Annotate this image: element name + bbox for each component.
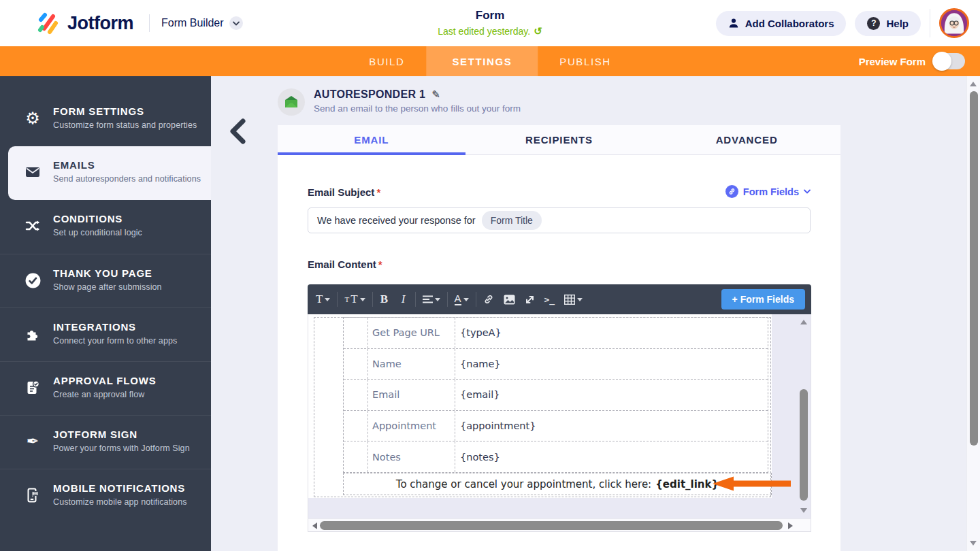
sidebar-item-conditions[interactable]: CONDITIONS Set up conditional logic <box>0 200 211 254</box>
revision-history-icon[interactable]: ↺ <box>534 25 542 37</box>
preview-form-label: Preview Form <box>859 56 926 67</box>
link-circle-icon <box>725 185 738 198</box>
active-tab-underline <box>278 152 466 155</box>
edit-link-tag[interactable]: {edit_link} <box>655 478 719 490</box>
nav-tab-build[interactable]: BUILD <box>347 46 426 76</box>
pen-nib-icon: ✒ <box>23 432 42 451</box>
font-family-button[interactable]: T <box>311 289 335 310</box>
person-icon <box>728 18 739 29</box>
table-row[interactable]: Email {email} <box>344 380 768 411</box>
autoresponder-subtitle: Send an email to the person who fills ou… <box>314 103 521 114</box>
page-title: Form <box>438 9 542 22</box>
divider <box>930 9 930 37</box>
help-button[interactable]: ? Help <box>855 11 921 36</box>
last-edited-text: Last edited yesterday. <box>438 26 530 37</box>
scrollbar-thumb[interactable] <box>800 389 808 501</box>
add-collaborators-button[interactable]: Add Collaborators <box>716 11 847 36</box>
scroll-down-icon[interactable] <box>970 541 977 546</box>
required-asterisk: * <box>378 258 382 270</box>
form-fields-dropdown[interactable]: Form Fields <box>725 185 811 198</box>
form-title-chip[interactable]: Form Title <box>482 211 542 230</box>
nav-tab-settings[interactable]: SETTINGS <box>426 46 538 76</box>
bold-button[interactable]: B <box>375 289 394 310</box>
annotation-arrow <box>713 475 791 492</box>
sidebar-item-jotform-sign[interactable]: ✒ JOTFORM SIGN Power your forms with Jot… <box>0 415 211 469</box>
envelope-icon <box>23 163 42 182</box>
sidebar-item-mobile-notifications[interactable]: MOBILE NOTIFICATIONS Customize mobile ap… <box>0 469 211 522</box>
tab-recipients[interactable]: RECIPIENTS <box>466 125 653 154</box>
image-button[interactable] <box>499 289 520 310</box>
scrollbar-thumb[interactable] <box>970 91 978 446</box>
font-color-button[interactable]: A <box>450 289 474 310</box>
settings-sidebar: ⚙ FORM SETTINGS Customize form status an… <box>0 76 211 551</box>
editor-vertical-scrollbar[interactable] <box>798 316 809 517</box>
email-settings-panel: EMAIL RECIPIENTS ADVANCED Email Subject*… <box>278 125 840 551</box>
sidebar-item-integrations[interactable]: INTEGRATIONS Connect your form to other … <box>0 307 211 361</box>
sidebar-item-approval-flows[interactable]: APPROVAL FLOWS Create an approval flow <box>0 361 211 415</box>
table-row[interactable]: Notes {notes} <box>344 441 768 472</box>
tab-advanced[interactable]: ADVANCED <box>653 125 840 154</box>
email-content-editor: T TT B I A <box>308 284 811 532</box>
page-vertical-scrollbar[interactable] <box>966 76 980 551</box>
header-actions: Add Collaborators ? Help <box>716 8 969 38</box>
email-content-label: Email Content* <box>308 258 382 270</box>
builder-nav: BUILD SETTINGS PUBLISH Preview Form <box>0 46 980 76</box>
required-asterisk: * <box>376 186 380 198</box>
scroll-left-icon[interactable] <box>312 522 317 529</box>
edit-title-pencil-icon[interactable]: ✎ <box>431 88 440 101</box>
jotform-logo-icon[interactable] <box>35 11 60 35</box>
autoresponder-title: AUTORESPONDER 1 <box>314 88 425 101</box>
puzzle-icon <box>23 324 42 344</box>
italic-button[interactable]: I <box>394 289 413 310</box>
builder-nav-tabs: BUILD SETTINGS PUBLISH <box>347 46 632 76</box>
autoresponder-header: AUTORESPONDER 1 ✎ Send an email to the p… <box>278 88 521 116</box>
form-title-block: Form Last edited yesterday. ↺ <box>438 9 542 37</box>
editor-toolbar: T TT B I A <box>308 284 811 314</box>
align-lines-icon <box>423 295 433 303</box>
scroll-up-icon[interactable] <box>800 320 807 324</box>
email-subject-input[interactable]: We have received your response for Form … <box>308 207 811 233</box>
expand-button[interactable] <box>520 289 540 310</box>
email-subject-label: Email Subject* <box>308 186 380 198</box>
nav-tab-publish[interactable]: PUBLISH <box>538 46 632 76</box>
table-button[interactable] <box>559 289 587 310</box>
editor-canvas[interactable]: Get Page URL {typeA} Name {name} Email {… <box>308 314 811 518</box>
scroll-down-icon[interactable] <box>800 508 807 513</box>
check-circle-icon <box>23 271 42 290</box>
phone-notification-icon <box>23 486 42 505</box>
editor-horizontal-scrollbar[interactable] <box>308 518 811 532</box>
divider <box>149 14 150 32</box>
user-avatar[interactable] <box>939 8 969 38</box>
edit-link-row[interactable]: To change or cancel your appointment, cl… <box>343 473 772 495</box>
align-button[interactable] <box>418 289 445 310</box>
scroll-right-icon[interactable] <box>788 522 793 529</box>
preview-form-toggle[interactable] <box>934 53 965 69</box>
sidebar-item-thank-you-page[interactable]: THANK YOU PAGE Show page after submissio… <box>0 254 211 307</box>
document-check-icon <box>23 378 42 397</box>
question-mark-icon: ? <box>867 17 880 30</box>
sidebar-item-form-settings[interactable]: ⚙ FORM SETTINGS Customize form status an… <box>0 93 211 146</box>
shuffle-icon <box>23 216 42 235</box>
collapse-panel-chevron-icon[interactable] <box>229 118 246 144</box>
email-tabs: EMAIL RECIPIENTS ADVANCED <box>278 125 840 155</box>
tab-email[interactable]: EMAIL <box>278 125 466 154</box>
font-size-button[interactable]: TT <box>340 289 370 310</box>
insert-form-fields-button[interactable]: + Form Fields <box>721 289 805 310</box>
link-button[interactable] <box>478 289 499 310</box>
table-row[interactable]: Get Page URL {typeA} <box>344 318 768 349</box>
toggle-knob <box>932 52 951 71</box>
top-header: Jotform Form Builder Form Last edited ye… <box>0 0 980 46</box>
scrollbar-thumb[interactable] <box>320 521 783 530</box>
sidebar-item-emails[interactable]: EMAILS Send autoresponders and notificat… <box>8 146 211 200</box>
chevron-down-icon <box>229 16 243 30</box>
email-fields-table: Get Page URL {typeA} Name {name} Email {… <box>343 317 768 473</box>
product-switcher[interactable]: Form Builder <box>161 16 243 30</box>
table-row[interactable]: Appointment {appointment} <box>344 411 768 442</box>
scroll-up-icon[interactable] <box>970 82 977 86</box>
jotform-logo-text[interactable]: Jotform <box>67 13 133 34</box>
table-row[interactable]: Name {name} <box>344 349 768 380</box>
chevron-down-icon <box>804 189 811 194</box>
email-badge-icon <box>278 88 305 116</box>
code-button[interactable]: >_ <box>540 289 560 310</box>
gear-icon: ⚙ <box>23 109 42 128</box>
